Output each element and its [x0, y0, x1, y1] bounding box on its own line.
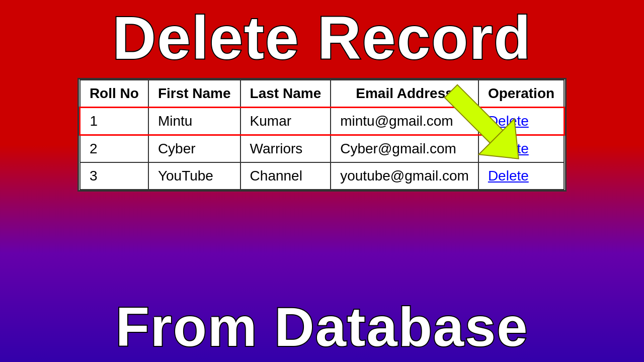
middle-section: Roll No First Name Last Name Email Addre… — [10, 68, 634, 299]
col-header-roll: Roll No — [80, 80, 148, 108]
cell-lastname: Channel — [240, 162, 331, 190]
page-title-top: Delete Record — [10, 8, 634, 68]
svg-rect-0 — [445, 85, 504, 144]
cell-roll: 1 — [80, 108, 148, 135]
arrow-decoration — [433, 68, 533, 178]
cell-roll: 2 — [80, 135, 148, 163]
col-header-firstname: First Name — [148, 80, 240, 108]
page-title-bottom: From Database — [10, 299, 634, 354]
col-header-lastname: Last Name — [240, 80, 331, 108]
cell-firstname: YouTube — [148, 162, 240, 190]
cell-lastname: Warriors — [240, 135, 331, 163]
cell-roll: 3 — [80, 162, 148, 190]
cell-lastname: Kumar — [240, 108, 331, 135]
cell-firstname: Cyber — [148, 135, 240, 163]
cell-firstname: Mintu — [148, 108, 240, 135]
